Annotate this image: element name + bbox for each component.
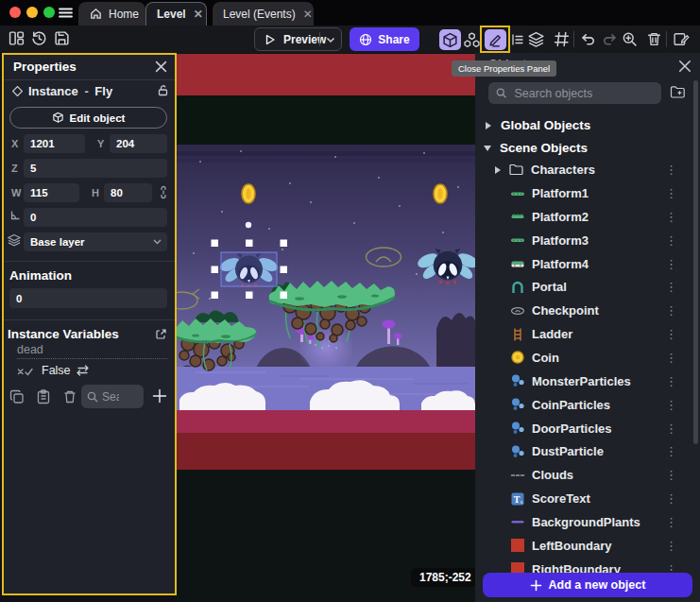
object-row[interactable]: TxScoreText⋮ [475,487,694,510]
kebab-menu-icon[interactable]: ⋮ [665,539,677,553]
object-row[interactable]: DustParticle⋮ [475,439,694,463]
variables-search-box[interactable] [81,385,144,408]
instances-list-icon[interactable] [511,33,524,46]
object-row[interactable]: Portal⋮ [475,275,694,299]
kebab-menu-icon[interactable]: ⋮ [665,303,677,318]
object-row[interactable]: Platform3⋮ [475,229,694,252]
object-row[interactable]: CoinParticles⋮ [475,393,694,417]
undo-icon[interactable] [580,31,596,47]
close-icon[interactable] [155,60,167,73]
add-variable-icon[interactable] [151,387,168,404]
selection-rectangle[interactable] [221,252,277,286]
panels-icon[interactable] [9,30,25,46]
add-object-button[interactable]: Add a new object [483,573,692,597]
close-icon[interactable]: ✕ [194,8,203,21]
kebab-menu-icon[interactable]: ⋮ [665,233,677,248]
add-folder-icon[interactable] [670,84,686,100]
variable-value[interactable]: False [42,364,71,377]
scene-properties-icon[interactable] [673,30,691,48]
object-row[interactable]: Platform1⋮ [475,181,694,205]
animation-input[interactable] [9,288,167,308]
objects-search-box[interactable] [488,82,661,104]
close-icon[interactable] [678,60,691,73]
objects-search-input[interactable] [514,87,654,100]
zoom-in-icon[interactable] [622,31,638,47]
swap-value-icon[interactable] [76,365,90,376]
object-row[interactable]: Platform4⋮ [475,252,694,276]
kebab-menu-icon[interactable]: ⋮ [665,515,677,529]
link-dimensions-icon[interactable] [158,184,169,200]
object-row[interactable]: Checkpoint⋮ [475,299,694,322]
kebab-menu-icon[interactable]: ⋮ [665,351,677,365]
variables-search-input[interactable] [102,390,119,404]
grid-icon[interactable] [554,31,570,47]
object-row[interactable]: BackgroundPlants⋮ [475,510,694,534]
z-input[interactable] [24,159,167,178]
angle-input[interactable] [24,208,167,227]
kebab-menu-icon[interactable]: ⋮ [665,186,677,200]
kebab-menu-icon[interactable]: ⋮ [665,280,677,294]
redo-icon[interactable] [602,31,618,47]
x-input[interactable] [24,134,85,153]
object-row[interactable]: Clouds⋮ [475,463,694,487]
scene-objects-group[interactable]: Scene Objects [475,136,694,160]
tab-home[interactable]: Home [78,2,145,26]
kebab-menu-icon[interactable]: ⋮ [665,327,677,341]
tab-level-events[interactable]: Level (Events) ✕ [213,2,314,26]
macos-zoom-button[interactable] [43,7,55,18]
history-icon[interactable] [31,30,47,46]
edit-object-button[interactable]: Edit object [9,107,167,129]
coin-instance[interactable] [242,184,255,203]
object-name: Portal [532,280,567,294]
close-icon[interactable]: ✕ [303,8,313,21]
copy-icon[interactable] [9,389,25,404]
trash-icon[interactable] [62,389,77,404]
preview-button[interactable]: Preview [254,27,342,51]
cube-3d-icon[interactable] [442,32,458,48]
object-row[interactable]: MonsterParticles⋮ [475,370,694,393]
coin-instance[interactable] [434,184,447,203]
macos-close-button[interactable] [9,7,21,18]
layers-icon[interactable] [527,30,545,48]
open-variables-icon[interactable] [155,328,167,340]
unlock-icon[interactable] [157,84,169,96]
scene-canvas[interactable] [177,53,475,602]
kebab-menu-icon[interactable]: ⋮ [665,163,677,177]
macos-minimize-button[interactable] [26,7,38,18]
kebab-menu-icon[interactable]: ⋮ [665,257,677,271]
pencil-icon[interactable] [487,32,504,48]
object-group-icon[interactable] [463,31,481,49]
kebab-menu-icon[interactable]: ⋮ [665,210,677,224]
scrollbar[interactable] [693,80,698,444]
particles-icon [510,444,525,459]
object-row[interactable]: LeftBoundary⋮ [475,534,694,558]
kebab-menu-icon[interactable]: ⋮ [665,421,677,436]
kebab-menu-icon[interactable]: ⋮ [665,491,677,506]
object-row[interactable]: Platform2⋮ [475,205,694,229]
tab-label: Level [157,8,186,21]
variable-name[interactable]: dead [17,343,43,356]
kebab-menu-icon[interactable]: ⋮ [665,468,677,482]
share-button[interactable]: Share [350,27,419,51]
menu-icon[interactable] [59,7,73,19]
trash-icon[interactable] [646,31,662,47]
titlebar: Home Level ✕ Level (Events) ✕ [0,0,700,26]
tab-level[interactable]: Level ✕ [145,2,207,26]
global-objects-group[interactable]: Global Objects [475,113,694,137]
object-name: Ladder [532,327,572,341]
chevron-down-icon[interactable] [326,37,335,43]
kebab-menu-icon[interactable]: ⋮ [665,444,677,458]
height-input[interactable] [104,183,152,202]
y-input[interactable] [110,134,167,153]
kebab-menu-icon[interactable]: ⋮ [665,374,677,388]
kebab-menu-icon[interactable]: ⋮ [665,398,677,412]
width-input[interactable] [24,183,79,202]
object-row[interactable]: Ladder⋮ [475,322,694,346]
save-icon[interactable] [54,30,70,46]
paste-icon[interactable] [36,389,51,404]
object-row[interactable]: Coin⋮ [475,346,694,370]
folder-row-characters[interactable]: Characters ⋮ [475,158,694,181]
folder-icon [509,163,523,176]
layer-select[interactable]: Base layer [24,232,167,251]
object-row[interactable]: DoorParticles⋮ [475,417,694,440]
